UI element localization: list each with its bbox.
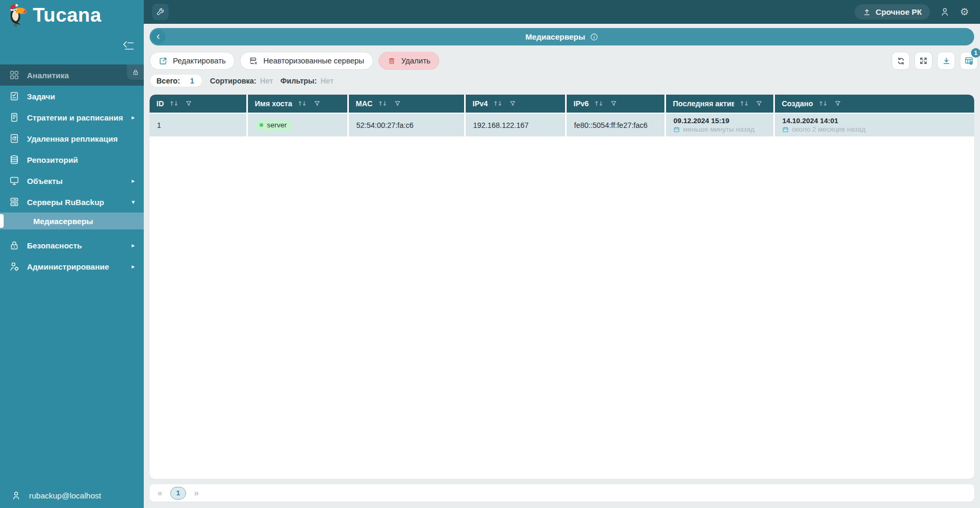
edit-button[interactable]: Редактировать xyxy=(150,52,235,70)
filter-icon[interactable] xyxy=(394,100,401,107)
column-header-ipv4[interactable]: IPv4 ↑↓ xyxy=(466,95,565,113)
gear-icon[interactable]: ⚙ xyxy=(960,7,969,17)
brand: Tucana xyxy=(7,4,101,27)
sidebar-item-label: Медиасерверы xyxy=(33,217,93,226)
wrench-icon[interactable] xyxy=(152,4,169,20)
ipv6-text: fe80::5054:ff:fe27:fac6 xyxy=(574,121,648,130)
sort-icon[interactable]: ↑↓ xyxy=(493,100,502,107)
filter-icon[interactable] xyxy=(611,100,617,107)
sort-icon[interactable]: ↑↓ xyxy=(739,100,748,107)
filter-icon[interactable] xyxy=(510,100,516,107)
column-label: Имя хоста xyxy=(255,99,292,108)
sidebar-item-tasks[interactable]: Задачи xyxy=(0,86,144,107)
main-content: Срочное РК ⚙ Медиасерверы xyxy=(144,0,980,508)
urgent-backup-label: Срочное РК xyxy=(876,7,922,16)
sort-icon[interactable]: ↑↓ xyxy=(594,100,603,107)
sidebar-item-analytics[interactable]: Аналитика xyxy=(0,64,144,86)
last-activity-date: 09.12.2024 15:19 xyxy=(673,117,729,125)
column-label: IPv4 xyxy=(473,99,488,108)
sidebar-item-rubackup-servers[interactable]: Серверы RuBackup ▾ xyxy=(0,191,144,213)
urgent-backup-button[interactable]: Срочное РК xyxy=(855,4,930,20)
refresh-button[interactable] xyxy=(892,52,910,70)
chevron-right-icon: ▸ xyxy=(132,177,135,184)
sidebar-menu: Аналитика Задачи xyxy=(0,64,144,277)
status-online-dot xyxy=(260,123,263,127)
sidebar: Tucana Аналитика xyxy=(0,0,144,508)
sidebar-item-mediaservers[interactable]: Медиасерверы xyxy=(0,213,144,229)
tucana-logo-icon xyxy=(7,4,28,27)
mac-text: 52:54:00:27:fa:c6 xyxy=(356,121,413,130)
sort-icon[interactable]: ↑↓ xyxy=(298,100,306,107)
column-header-created[interactable]: Создано ↑↓ xyxy=(775,95,974,113)
filter-icon[interactable] xyxy=(835,100,841,107)
administration-icon xyxy=(9,261,20,272)
filter-icon[interactable] xyxy=(186,100,192,107)
hostname-status-badge: server xyxy=(255,119,292,131)
chevron-right-icon: ▸ xyxy=(132,263,135,270)
sidebar-item-replication[interactable]: Удаленная репликация xyxy=(0,128,144,149)
tasks-icon xyxy=(9,91,20,101)
sidebar-item-administration[interactable]: Администрирование ▸ xyxy=(0,256,144,277)
sort-icon[interactable]: ↑↓ xyxy=(378,100,386,107)
person-icon[interactable] xyxy=(940,7,950,17)
sidebar-item-security[interactable]: Безопасность ▸ xyxy=(0,235,144,256)
sort-icon[interactable]: ↑↓ xyxy=(818,100,827,107)
cell-mac: 52:54:00:27:fa:c6 xyxy=(349,114,464,136)
unauthorized-servers-button[interactable]: Неавторизованные серверы xyxy=(240,52,373,70)
total-counter: Всего: 1 xyxy=(150,74,202,87)
delete-button[interactable]: Удалить xyxy=(378,52,439,70)
cell-ipv4: 192.168.122.167 xyxy=(466,114,565,136)
created-date: 14.10.2024 14:01 xyxy=(782,117,838,125)
column-header-hostname[interactable]: Имя хоста ↑↓ xyxy=(248,95,347,113)
mediaservers-table: ID ↑↓ Имя хоста ↑↓ MAC ↑↓ xyxy=(150,95,974,479)
sidebar-item-objects[interactable]: Объекты ▸ xyxy=(0,170,144,191)
column-label: Создано xyxy=(782,99,813,108)
sort-icon[interactable]: ↑↓ xyxy=(169,100,178,107)
pagination-last-button[interactable]: » xyxy=(192,488,201,498)
column-header-mac[interactable]: MAC ↑↓ xyxy=(349,95,464,113)
created-relative: около 2 месяцев назад xyxy=(792,125,865,133)
cell-id: 1 xyxy=(150,114,246,136)
pagination-page-1[interactable]: 1 xyxy=(170,487,186,500)
column-label: IPv6 xyxy=(574,99,589,108)
edit-icon xyxy=(159,57,168,66)
calendar-icon xyxy=(673,126,680,133)
total-label: Всего: xyxy=(156,77,180,85)
filter-icon[interactable] xyxy=(314,100,320,107)
security-icon xyxy=(9,240,20,251)
row-id: 1 xyxy=(157,121,161,130)
sidebar-item-label: Объекты xyxy=(27,177,63,186)
sidebar-item-repository[interactable]: Репозиторий xyxy=(0,149,144,170)
pagination-first-button[interactable]: « xyxy=(155,488,164,498)
filter-label: Фильтры: xyxy=(281,77,317,85)
delete-label: Удалить xyxy=(401,57,430,65)
page-title: Медиасерверы xyxy=(525,32,598,41)
filter-icon[interactable] xyxy=(756,100,762,107)
unauthorized-label: Неавторизованные серверы xyxy=(263,57,364,65)
collapse-sidebar-icon[interactable] xyxy=(122,39,135,53)
sidebar-item-label: Аналитика xyxy=(27,71,69,80)
sidebar-item-label: Репозиторий xyxy=(27,155,78,164)
hostname-text: server xyxy=(267,121,287,129)
column-header-id[interactable]: ID ↑↓ xyxy=(150,95,246,113)
settings-count-badge: 1 xyxy=(971,48,980,58)
sidebar-item-strategies[interactable]: Стратегии и расписания ▸ xyxy=(0,107,144,128)
user-account[interactable]: rubackup@localhost xyxy=(0,491,144,501)
download-icon xyxy=(942,57,951,66)
objects-icon xyxy=(9,176,20,186)
sidebar-item-label: Серверы RuBackup xyxy=(27,198,104,207)
sidebar-item-label: Удаленная репликация xyxy=(27,134,118,143)
person-icon xyxy=(11,491,21,501)
download-button[interactable] xyxy=(937,52,955,70)
sidebar-item-label: Безопасность xyxy=(27,241,82,250)
total-value: 1 xyxy=(190,77,195,85)
column-header-ipv6[interactable]: IPv6 ↑↓ xyxy=(567,95,664,113)
back-button[interactable] xyxy=(151,30,165,44)
fullscreen-button[interactable] xyxy=(914,52,932,70)
page-title-text: Медиасерверы xyxy=(525,32,585,41)
table-row[interactable]: 1 server 52:54:00:27:fa:c6 192.168.122.1… xyxy=(150,114,974,136)
info-icon[interactable] xyxy=(590,33,598,41)
table-settings-button[interactable]: 1 xyxy=(960,52,978,70)
strategies-icon xyxy=(9,112,20,123)
column-header-last-activity[interactable]: Последняя активность ↑↓ xyxy=(666,95,773,113)
